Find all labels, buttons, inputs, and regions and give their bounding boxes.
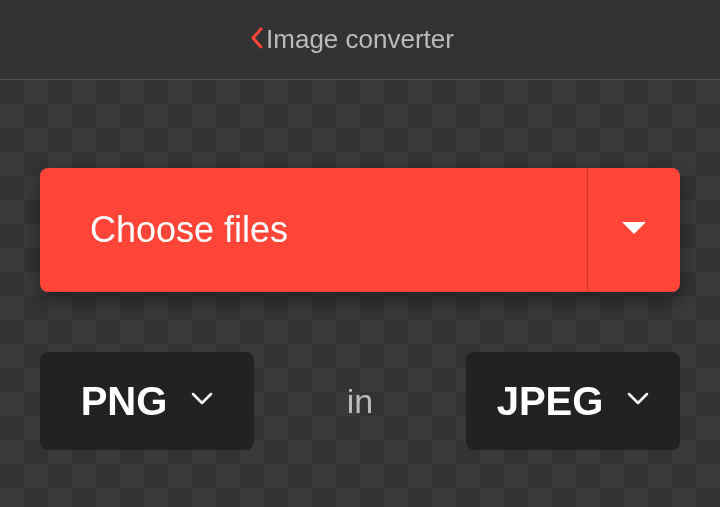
chevron-down-icon: [191, 392, 213, 410]
choose-files-button[interactable]: Choose files: [40, 168, 588, 292]
back-button[interactable]: [242, 19, 272, 61]
chevron-down-icon: [627, 392, 649, 410]
choose-files-label: Choose files: [90, 209, 288, 251]
chevron-left-icon: [250, 27, 264, 53]
format-row: PNG in JPEG: [40, 352, 680, 450]
target-format-label: JPEG: [497, 379, 604, 424]
content-area: Choose files PNG in JPEG: [0, 80, 720, 450]
caret-down-icon: [620, 220, 648, 240]
target-format-button[interactable]: JPEG: [466, 352, 680, 450]
source-format-label: PNG: [81, 379, 168, 424]
choose-files-container: Choose files: [40, 168, 680, 292]
choose-files-dropdown-button[interactable]: [588, 168, 680, 292]
source-format-button[interactable]: PNG: [40, 352, 254, 450]
header: Image converter: [0, 0, 720, 80]
format-separator-label: in: [347, 382, 373, 421]
page-title: Image converter: [266, 24, 454, 55]
